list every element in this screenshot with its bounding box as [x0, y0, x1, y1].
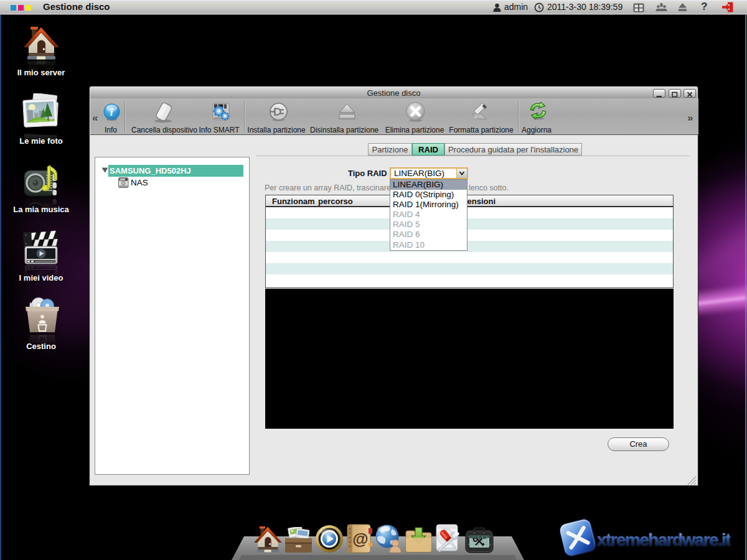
- svg-text:@: @: [352, 530, 368, 548]
- svg-text:i: i: [110, 106, 113, 118]
